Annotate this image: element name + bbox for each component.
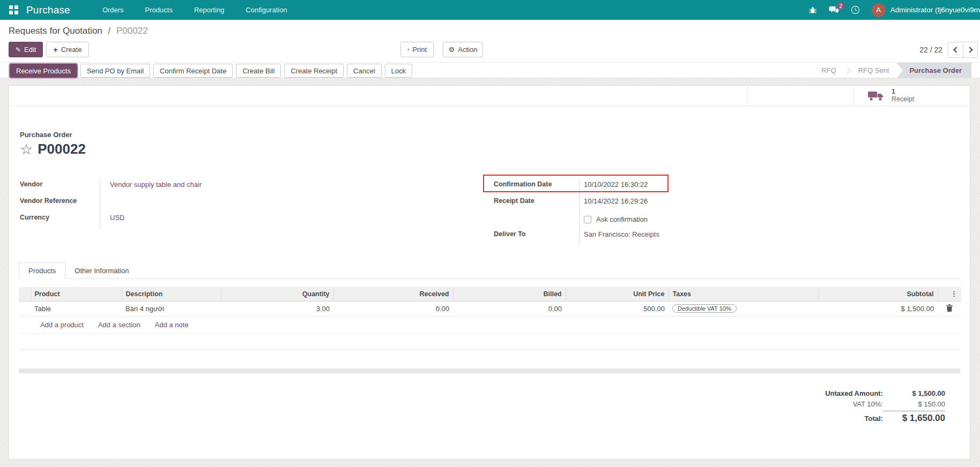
delete-line-button[interactable] bbox=[938, 301, 961, 316]
cell-unit-price[interactable]: 500.00 bbox=[566, 301, 669, 316]
navbar-right: 2 A Administrator (fj6nyue0vi9m bbox=[808, 0, 980, 20]
tab-products[interactable]: Products bbox=[19, 262, 65, 279]
messages-icon[interactable]: 2 bbox=[829, 6, 839, 14]
document-name: P00022 bbox=[38, 141, 86, 157]
pencil-icon: ✎ bbox=[16, 46, 21, 54]
currency-value[interactable]: USD bbox=[100, 212, 124, 223]
cell-received[interactable]: 0.00 bbox=[333, 301, 453, 316]
confirmation-date-value[interactable]: 10/10/2022 16:30:22 bbox=[580, 179, 648, 190]
deliver-to-value[interactable]: San Francisco: Receipts bbox=[580, 229, 659, 240]
add-a-product-link[interactable]: Add a product bbox=[40, 321, 84, 329]
col-taxes[interactable]: Taxes bbox=[669, 287, 819, 301]
form-sheet: 1 Receipt Purchase Order ☆ P00022 Vendor… bbox=[9, 85, 970, 460]
receipt-date-value[interactable]: 10/14/2022 16:29:26 bbox=[580, 195, 648, 207]
stage-purchase-order[interactable]: Purchase Order bbox=[896, 63, 971, 78]
receipt-count: 1 bbox=[892, 88, 914, 95]
field-ask-confirmation: Ask confirmation bbox=[494, 212, 912, 229]
activities-clock-icon[interactable] bbox=[851, 5, 860, 14]
total-label: Total: bbox=[797, 415, 883, 423]
breadcrumb: Requests for Quotation / P00022 bbox=[9, 26, 148, 36]
receipt-label: Receipt bbox=[892, 95, 914, 103]
handle-column-header bbox=[19, 287, 31, 301]
create-button[interactable]: + Create bbox=[46, 42, 88, 57]
table-header-row: Product Description Quantity Received Bi… bbox=[19, 287, 961, 301]
field-vendor-reference: Vendor Reference bbox=[20, 195, 438, 212]
currency-label: Currency bbox=[20, 212, 100, 229]
add-a-note-link[interactable]: Add a note bbox=[155, 321, 189, 329]
print-button-label: Print bbox=[412, 46, 427, 54]
menu-reporting[interactable]: Reporting bbox=[184, 0, 234, 20]
cell-quantity[interactable]: 3.00 bbox=[221, 301, 333, 316]
cell-description[interactable]: Bàn 4 người bbox=[122, 301, 221, 316]
document-type-label: Purchase Order bbox=[20, 131, 86, 139]
order-lines-table: Product Description Quantity Received Bi… bbox=[19, 287, 961, 317]
button-row: ✎ Edit + Create Print ⚙ Action 22 / 22 bbox=[0, 42, 980, 57]
col-product[interactable]: Product bbox=[31, 287, 122, 301]
app-name[interactable]: Purchase bbox=[26, 4, 70, 16]
plus-icon: + bbox=[53, 46, 57, 54]
tax-pill[interactable]: Deductible VAT 10% bbox=[672, 304, 737, 313]
send-po-by-email-button[interactable]: Send PO by Email bbox=[80, 64, 150, 78]
notebook-tabs: Products Other Information bbox=[19, 262, 960, 279]
table-bottom-spacer bbox=[19, 334, 960, 350]
top-navbar: Purchase Orders Products Reporting Confi… bbox=[0, 0, 980, 20]
col-subtotal[interactable]: Subtotal bbox=[819, 287, 938, 301]
cancel-button[interactable]: Cancel bbox=[347, 64, 381, 78]
favorite-star-icon[interactable]: ☆ bbox=[20, 142, 33, 156]
receive-products-button[interactable]: Receive Products bbox=[10, 64, 77, 78]
pager-next-button[interactable] bbox=[963, 42, 977, 57]
truck-icon bbox=[868, 90, 884, 102]
print-button[interactable]: Print bbox=[400, 42, 434, 57]
untaxed-amount-label: Untaxed Amount: bbox=[797, 389, 883, 397]
untaxed-amount-row: Untaxed Amount: $ 1,500.00 bbox=[797, 389, 945, 397]
stage-rfq[interactable]: RFQ bbox=[819, 66, 838, 74]
control-panel: Requests for Quotation / P00022 ✎ Edit +… bbox=[0, 20, 980, 62]
table-row[interactable]: Table Bàn 4 người 3.00 0.00 0.00 500.00 … bbox=[19, 301, 961, 316]
debug-bug-icon[interactable] bbox=[808, 6, 817, 14]
add-a-section-link[interactable]: Add a section bbox=[98, 321, 140, 329]
statusbar: Receive Products Send PO by Email Confir… bbox=[0, 62, 980, 78]
confirmation-date-label: Confirmation Date bbox=[494, 179, 580, 195]
cell-billed[interactable]: 0.00 bbox=[453, 301, 566, 316]
vendor-value[interactable]: Vendor supply table and chair bbox=[100, 179, 202, 190]
tab-other-information[interactable]: Other Information bbox=[65, 263, 138, 278]
deliver-to-label: Deliver To bbox=[494, 229, 580, 245]
field-confirmation-date: Confirmation Date 10/10/2022 16:30:22 bbox=[494, 179, 912, 195]
action-button[interactable]: ⚙ Action bbox=[443, 42, 483, 57]
field-group-left: Vendor Vendor supply table and chair Ven… bbox=[20, 179, 438, 229]
col-received[interactable]: Received bbox=[333, 287, 453, 301]
create-receipt-button[interactable]: Create Receipt bbox=[284, 64, 344, 78]
order-lines: Product Description Quantity Received Bi… bbox=[19, 287, 960, 350]
action-button-label: Action bbox=[458, 46, 477, 54]
confirm-receipt-date-button[interactable]: Confirm Receipt Date bbox=[153, 64, 233, 78]
receipt-smart-button[interactable]: 1 Receipt bbox=[853, 86, 970, 106]
col-quantity[interactable]: Quantity bbox=[221, 287, 333, 301]
col-billed[interactable]: Billed bbox=[453, 287, 566, 301]
lock-button[interactable]: Lock bbox=[385, 64, 412, 78]
row-handle[interactable] bbox=[19, 301, 31, 316]
col-description[interactable]: Description bbox=[122, 287, 221, 301]
field-deliver-to: Deliver To San Francisco: Receipts bbox=[494, 229, 912, 245]
optional-columns-icon[interactable]: ⋮ bbox=[938, 287, 961, 301]
cell-subtotal: $ 1,500.00 bbox=[819, 301, 938, 316]
edit-button[interactable]: ✎ Edit bbox=[9, 42, 43, 57]
stage-rfq-sent[interactable]: RFQ Sent bbox=[856, 66, 892, 74]
main-menu: Orders Products Reporting Configuration bbox=[93, 0, 297, 20]
create-bill-button[interactable]: Create Bill bbox=[236, 64, 281, 78]
vendor-reference-value[interactable] bbox=[100, 195, 110, 199]
vendor-label: Vendor bbox=[20, 179, 100, 195]
field-currency: Currency USD bbox=[20, 212, 438, 229]
cell-product[interactable]: Table bbox=[31, 301, 122, 316]
breadcrumb-requests-for-quotation[interactable]: Requests for Quotation bbox=[9, 26, 102, 36]
user-avatar[interactable]: A bbox=[872, 3, 886, 17]
menu-configuration[interactable]: Configuration bbox=[236, 0, 296, 20]
menu-orders[interactable]: Orders bbox=[93, 0, 133, 20]
ask-confirmation-checkbox[interactable] bbox=[584, 216, 591, 223]
user-menu[interactable]: Administrator (fj6nyue0vi9m bbox=[890, 6, 980, 14]
cell-taxes: Deductible VAT 10% bbox=[669, 301, 819, 316]
add-line-links: Add a product Add a section Add a note bbox=[19, 317, 960, 334]
menu-products[interactable]: Products bbox=[136, 0, 182, 20]
pager-previous-button[interactable] bbox=[948, 42, 963, 57]
apps-menu-icon[interactable] bbox=[9, 5, 18, 14]
col-unit-price[interactable]: Unit Price bbox=[566, 287, 669, 301]
